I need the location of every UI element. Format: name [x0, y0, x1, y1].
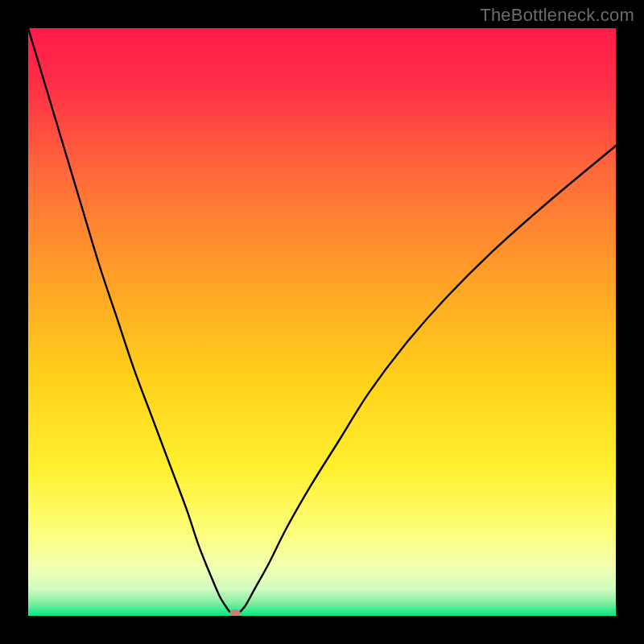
plot-area	[28, 28, 616, 616]
chart-canvas: TheBottleneck.com	[0, 0, 644, 644]
optimum-marker	[229, 609, 241, 616]
bottleneck-curve	[28, 28, 616, 616]
watermark-text: TheBottleneck.com	[480, 5, 634, 26]
